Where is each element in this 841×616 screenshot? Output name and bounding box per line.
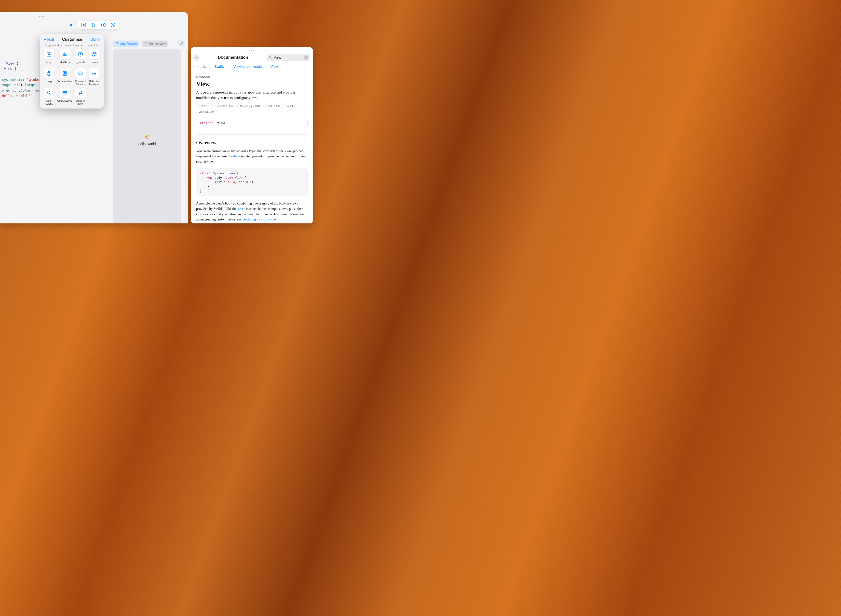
close-button[interactable]	[193, 54, 199, 61]
window-drag-dots[interactable]: •••	[249, 48, 255, 53]
doc-topbar: Documentation View ✕	[191, 53, 313, 62]
breadcrumb-fundamentals[interactable]: View fundamentals	[233, 65, 262, 69]
svg-point-21	[93, 54, 94, 54]
window-drag-dots[interactable]: •••	[39, 14, 44, 19]
tool-help[interactable]: Help	[43, 68, 56, 86]
customise-popover: Reset Customise Done Drag to add or remo…	[40, 34, 104, 109]
doc-nav: ‹ › SwiftUI ▸ View fundamentals ▸ View	[191, 62, 313, 71]
colors-icon[interactable]	[110, 22, 116, 28]
tab-label: ContentView	[149, 42, 166, 45]
svg-point-33	[92, 72, 93, 72]
breadcrumb-swiftui[interactable]: SwiftUI	[215, 65, 225, 69]
platform-badges: iOS 13.0+ macOS 10.15+ Mac Catalyst 13.0…	[196, 104, 308, 114]
tab-app-preview[interactable]: App Preview	[113, 41, 139, 47]
nav-forward-button[interactable]: ›	[198, 65, 199, 69]
nav-back-button[interactable]: ‹	[193, 65, 195, 69]
tool-label: Views	[46, 61, 53, 66]
tab-label: App Preview	[120, 42, 137, 45]
svg-rect-45	[145, 43, 147, 45]
tool-jump-to-line[interactable]: Jump to Line	[74, 88, 87, 105]
reset-button[interactable]: Reset	[44, 37, 54, 42]
tool-colors[interactable]: Colors	[88, 49, 101, 66]
platform-badge: watchOS 6.0+	[284, 104, 305, 108]
tool-label: Modifiers	[60, 61, 70, 66]
svg-line-43	[81, 91, 81, 95]
doc-body[interactable]: Protocol View A type that represents par…	[191, 71, 313, 223]
declaring-link[interactable]: Declaring a custom view	[242, 217, 276, 221]
toolbar-pill	[77, 21, 120, 29]
svg-point-7	[92, 26, 93, 27]
doc-kicker: Protocol	[196, 75, 308, 79]
tool-label: Symbols	[76, 61, 85, 66]
svg-point-9	[112, 24, 112, 25]
done-button[interactable]: Done	[90, 37, 100, 42]
svg-point-5	[92, 23, 93, 25]
symbols-icon[interactable]	[100, 22, 106, 28]
views-icon[interactable]	[81, 22, 86, 28]
platform-badge: macOS 10.15+	[214, 104, 236, 108]
run-button[interactable]	[69, 22, 75, 28]
search-input[interactable]: View ✕	[266, 54, 311, 61]
svg-point-25	[49, 75, 49, 75]
main-toolbar	[0, 20, 188, 31]
preview-canvas: Hello, world!	[113, 49, 181, 223]
clear-search-icon[interactable]: ✕	[304, 55, 308, 60]
expand-button[interactable]	[177, 40, 185, 47]
tool-documentation[interactable]: Documentation	[56, 68, 73, 86]
tool-label: Hide Line Numbers	[88, 80, 101, 86]
svg-point-36	[47, 91, 50, 94]
tool-symbols[interactable]: Symbols	[74, 49, 87, 66]
svg-point-11	[114, 24, 114, 25]
tool-label: Help	[47, 80, 52, 85]
doc-icon	[60, 68, 70, 79]
overview-paragraph-1: You create custom views by declaring typ…	[196, 148, 308, 164]
tool-comment-selection[interactable]: Comment Selection	[74, 68, 87, 86]
svg-point-19	[64, 55, 64, 56]
tool-modifiers[interactable]: Modifiers	[56, 49, 73, 66]
tool-views[interactable]: Views	[43, 49, 56, 66]
tab-contentview[interactable]: ContentView	[142, 41, 168, 47]
platform-badge: iOS 13.0+	[196, 104, 212, 108]
tool-quick-actions[interactable]: Quick Actions	[56, 88, 73, 105]
svg-rect-53	[203, 65, 206, 67]
declaration-block: protocol View	[196, 118, 308, 128]
doc-heading: View	[196, 81, 308, 88]
svg-point-22	[94, 53, 94, 53]
code-example: struct MyView: View { var body: some Vie…	[196, 168, 308, 197]
platform-badge: tvOS 13.0+	[265, 104, 283, 108]
tool-open-quickly[interactable]: Open Quickly	[43, 88, 56, 105]
star-circle-icon	[75, 49, 86, 59]
palette-icon	[89, 49, 100, 59]
svg-point-13	[48, 54, 50, 55]
globe-icon	[145, 134, 150, 141]
tool-label: Open Quickly	[43, 100, 56, 105]
text-link[interactable]: Text	[237, 207, 245, 211]
svg-point-34	[92, 73, 93, 74]
tool-label: Jump to Line	[74, 100, 87, 105]
svg-point-35	[92, 75, 93, 75]
popover-title: Customise	[62, 37, 82, 42]
svg-line-42	[79, 91, 80, 95]
tool-label: Quick Actions	[57, 100, 72, 105]
body-link[interactable]: body	[229, 154, 237, 158]
svg-line-52	[271, 58, 272, 59]
doc-title: Documentation	[202, 55, 264, 60]
platform-badge: Mac Catalyst 13.0+	[237, 104, 264, 108]
search-icon	[44, 88, 54, 98]
svg-point-10	[113, 23, 113, 24]
modifiers-icon[interactable]	[91, 22, 97, 28]
hash-icon	[75, 88, 86, 98]
svg-line-37	[50, 94, 51, 95]
svg-point-1	[83, 24, 85, 26]
breadcrumb-view[interactable]: View	[271, 65, 278, 69]
card-icon	[60, 88, 70, 98]
search-value: View	[274, 56, 281, 59]
tool-hide-line-numbers[interactable]: Hide Line Numbers	[88, 68, 101, 86]
svg-point-23	[95, 53, 95, 54]
preview-tabs: App Preview ContentView	[113, 39, 185, 48]
tool-label: Comment Selection	[74, 80, 87, 86]
bubble-icon	[75, 68, 86, 79]
svg-point-17	[64, 53, 64, 54]
sidebar-toggle-icon[interactable]	[203, 65, 207, 69]
popover-subtitle: Drag to add or remove items from the too…	[43, 44, 101, 47]
